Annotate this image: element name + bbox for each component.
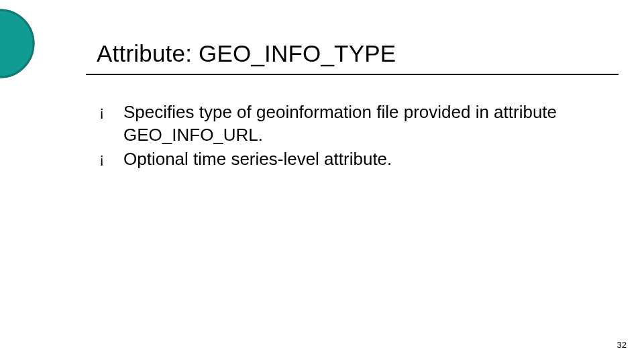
bullet-list: ¡ Specifies type of geoinformation file … [99,101,609,172]
page-number: 32 [617,340,627,350]
bullet-text: Optional time series-level attribute. [123,147,609,170]
slide-title: Attribute: GEO_INFO_TYPE [97,40,396,67]
bullet-text: Specifies type of geoinformation file pr… [123,101,609,146]
svg-point-0 [0,10,34,77]
corner-ornament-icon [0,7,37,80]
svg-point-1 [0,10,34,77]
title-underline [86,74,619,75]
bullet-marker-icon: ¡ [99,101,123,123]
bullet-marker-icon: ¡ [99,147,123,170]
list-item: ¡ Optional time series-level attribute. [99,147,609,170]
list-item: ¡ Specifies type of geoinformation file … [99,101,609,146]
